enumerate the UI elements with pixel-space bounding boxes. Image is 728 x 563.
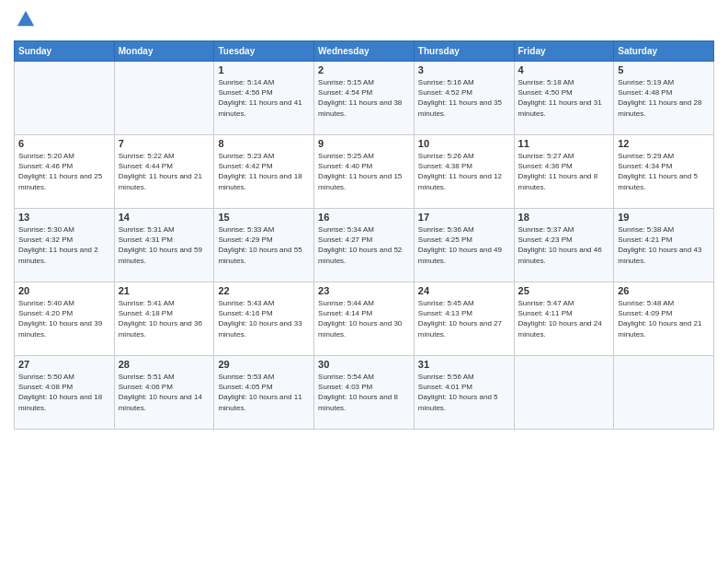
day-number: 30 <box>318 359 410 370</box>
day-number: 11 <box>518 138 610 149</box>
weekday-header: Thursday <box>414 41 514 62</box>
weekday-header: Saturday <box>614 41 714 62</box>
day-number: 4 <box>518 64 610 75</box>
calendar-cell: 22Sunrise: 5:43 AM Sunset: 4:16 PM Dayli… <box>214 282 314 356</box>
day-info: Sunrise: 5:20 AM Sunset: 4:46 PM Dayligh… <box>18 151 110 192</box>
calendar-cell: 3Sunrise: 5:16 AM Sunset: 4:52 PM Daylig… <box>414 62 514 135</box>
day-number: 17 <box>418 212 510 223</box>
day-info: Sunrise: 5:27 AM Sunset: 4:36 PM Dayligh… <box>518 151 610 192</box>
day-info: Sunrise: 5:41 AM Sunset: 4:18 PM Dayligh… <box>119 298 210 339</box>
day-number: 15 <box>218 212 310 223</box>
calendar-cell: 12Sunrise: 5:29 AM Sunset: 4:34 PM Dayli… <box>614 135 714 209</box>
day-number: 21 <box>119 285 210 296</box>
day-info: Sunrise: 5:31 AM Sunset: 4:31 PM Dayligh… <box>119 224 210 266</box>
day-number: 23 <box>318 285 410 296</box>
day-number: 22 <box>218 285 310 296</box>
calendar-table: SundayMondayTuesdayWednesdayThursdayFrid… <box>14 40 714 430</box>
calendar-cell: 16Sunrise: 5:34 AM Sunset: 4:27 PM Dayli… <box>314 209 415 282</box>
calendar-cell: 19Sunrise: 5:38 AM Sunset: 4:21 PM Dayli… <box>614 209 714 282</box>
weekday-header: Wednesday <box>314 41 415 62</box>
day-info: Sunrise: 5:19 AM Sunset: 4:48 PM Dayligh… <box>618 77 710 119</box>
calendar-cell: 25Sunrise: 5:47 AM Sunset: 4:11 PM Dayli… <box>514 282 614 356</box>
calendar-cell <box>514 356 614 430</box>
day-number: 1 <box>218 64 310 75</box>
calendar-cell <box>15 62 115 135</box>
day-info: Sunrise: 5:15 AM Sunset: 4:54 PM Dayligh… <box>318 77 410 119</box>
calendar-cell: 29Sunrise: 5:53 AM Sunset: 4:05 PM Dayli… <box>214 356 314 430</box>
day-info: Sunrise: 5:50 AM Sunset: 4:08 PM Dayligh… <box>18 372 110 413</box>
weekday-header: Sunday <box>15 41 115 62</box>
day-number: 5 <box>618 64 710 75</box>
day-info: Sunrise: 5:38 AM Sunset: 4:21 PM Dayligh… <box>618 224 710 266</box>
calendar-cell: 1Sunrise: 5:14 AM Sunset: 4:56 PM Daylig… <box>214 62 314 135</box>
calendar-cell: 10Sunrise: 5:26 AM Sunset: 4:38 PM Dayli… <box>414 135 514 209</box>
calendar-cell: 21Sunrise: 5:41 AM Sunset: 4:18 PM Dayli… <box>114 282 214 356</box>
day-info: Sunrise: 5:44 AM Sunset: 4:14 PM Dayligh… <box>318 298 410 339</box>
day-number: 25 <box>518 285 610 296</box>
calendar-cell: 30Sunrise: 5:54 AM Sunset: 4:03 PM Dayli… <box>314 356 415 430</box>
calendar-cell: 2Sunrise: 5:15 AM Sunset: 4:54 PM Daylig… <box>314 62 415 135</box>
weekday-row: SundayMondayTuesdayWednesdayThursdayFrid… <box>15 41 714 62</box>
day-number: 2 <box>318 64 410 75</box>
calendar-cell: 31Sunrise: 5:56 AM Sunset: 4:01 PM Dayli… <box>414 356 514 430</box>
day-number: 27 <box>18 359 110 370</box>
day-number: 20 <box>18 285 110 296</box>
day-number: 6 <box>18 138 110 149</box>
day-info: Sunrise: 5:33 AM Sunset: 4:29 PM Dayligh… <box>218 224 310 266</box>
calendar-cell: 17Sunrise: 5:36 AM Sunset: 4:25 PM Dayli… <box>414 209 514 282</box>
calendar-cell <box>614 356 714 430</box>
calendar-page: SundayMondayTuesdayWednesdayThursdayFrid… <box>0 0 728 563</box>
weekday-header: Tuesday <box>214 41 314 62</box>
calendar-body: 1Sunrise: 5:14 AM Sunset: 4:56 PM Daylig… <box>15 62 714 430</box>
day-number: 8 <box>218 138 310 149</box>
weekday-header: Monday <box>114 41 214 62</box>
calendar-cell: 4Sunrise: 5:18 AM Sunset: 4:50 PM Daylig… <box>514 62 614 135</box>
calendar-cell: 23Sunrise: 5:44 AM Sunset: 4:14 PM Dayli… <box>314 282 415 356</box>
calendar-week-row: 27Sunrise: 5:50 AM Sunset: 4:08 PM Dayli… <box>15 356 714 430</box>
day-info: Sunrise: 5:40 AM Sunset: 4:20 PM Dayligh… <box>18 298 110 339</box>
day-number: 18 <box>518 212 610 223</box>
day-number: 7 <box>119 138 210 149</box>
day-info: Sunrise: 5:29 AM Sunset: 4:34 PM Dayligh… <box>618 151 710 192</box>
logo <box>14 9 36 33</box>
day-number: 29 <box>218 359 310 370</box>
day-number: 3 <box>418 64 510 75</box>
day-info: Sunrise: 5:16 AM Sunset: 4:52 PM Dayligh… <box>418 77 510 119</box>
calendar-cell: 9Sunrise: 5:25 AM Sunset: 4:40 PM Daylig… <box>314 135 415 209</box>
day-number: 10 <box>418 138 510 149</box>
calendar-cell: 7Sunrise: 5:22 AM Sunset: 4:44 PM Daylig… <box>114 135 214 209</box>
day-number: 24 <box>418 285 510 296</box>
weekday-header: Friday <box>514 41 614 62</box>
day-info: Sunrise: 5:34 AM Sunset: 4:27 PM Dayligh… <box>318 224 410 266</box>
day-number: 31 <box>418 359 510 370</box>
day-info: Sunrise: 5:56 AM Sunset: 4:01 PM Dayligh… <box>418 372 510 413</box>
day-info: Sunrise: 5:54 AM Sunset: 4:03 PM Dayligh… <box>318 372 410 413</box>
day-number: 16 <box>318 212 410 223</box>
calendar-header: SundayMondayTuesdayWednesdayThursdayFrid… <box>15 41 714 62</box>
svg-marker-0 <box>17 11 34 27</box>
calendar-cell: 8Sunrise: 5:23 AM Sunset: 4:42 PM Daylig… <box>214 135 314 209</box>
day-info: Sunrise: 5:26 AM Sunset: 4:38 PM Dayligh… <box>418 151 510 192</box>
day-info: Sunrise: 5:23 AM Sunset: 4:42 PM Dayligh… <box>218 151 310 192</box>
day-number: 26 <box>618 285 710 296</box>
calendar-cell: 5Sunrise: 5:19 AM Sunset: 4:48 PM Daylig… <box>614 62 714 135</box>
day-info: Sunrise: 5:30 AM Sunset: 4:32 PM Dayligh… <box>18 224 110 266</box>
calendar-cell <box>114 62 214 135</box>
day-info: Sunrise: 5:25 AM Sunset: 4:40 PM Dayligh… <box>318 151 410 192</box>
day-info: Sunrise: 5:51 AM Sunset: 4:06 PM Dayligh… <box>119 372 210 413</box>
calendar-week-row: 6Sunrise: 5:20 AM Sunset: 4:46 PM Daylig… <box>15 135 714 209</box>
day-number: 14 <box>119 212 210 223</box>
calendar-cell: 15Sunrise: 5:33 AM Sunset: 4:29 PM Dayli… <box>214 209 314 282</box>
calendar-cell: 13Sunrise: 5:30 AM Sunset: 4:32 PM Dayli… <box>15 209 115 282</box>
day-number: 19 <box>618 212 710 223</box>
calendar-week-row: 1Sunrise: 5:14 AM Sunset: 4:56 PM Daylig… <box>15 62 714 135</box>
day-info: Sunrise: 5:48 AM Sunset: 4:09 PM Dayligh… <box>618 298 710 339</box>
calendar-cell: 24Sunrise: 5:45 AM Sunset: 4:13 PM Dayli… <box>414 282 514 356</box>
calendar-cell: 28Sunrise: 5:51 AM Sunset: 4:06 PM Dayli… <box>114 356 214 430</box>
day-info: Sunrise: 5:37 AM Sunset: 4:23 PM Dayligh… <box>518 224 610 266</box>
logo-icon <box>16 9 36 29</box>
calendar-cell: 20Sunrise: 5:40 AM Sunset: 4:20 PM Dayli… <box>15 282 115 356</box>
day-number: 13 <box>18 212 110 223</box>
calendar-week-row: 20Sunrise: 5:40 AM Sunset: 4:20 PM Dayli… <box>15 282 714 356</box>
calendar-cell: 18Sunrise: 5:37 AM Sunset: 4:23 PM Dayli… <box>514 209 614 282</box>
